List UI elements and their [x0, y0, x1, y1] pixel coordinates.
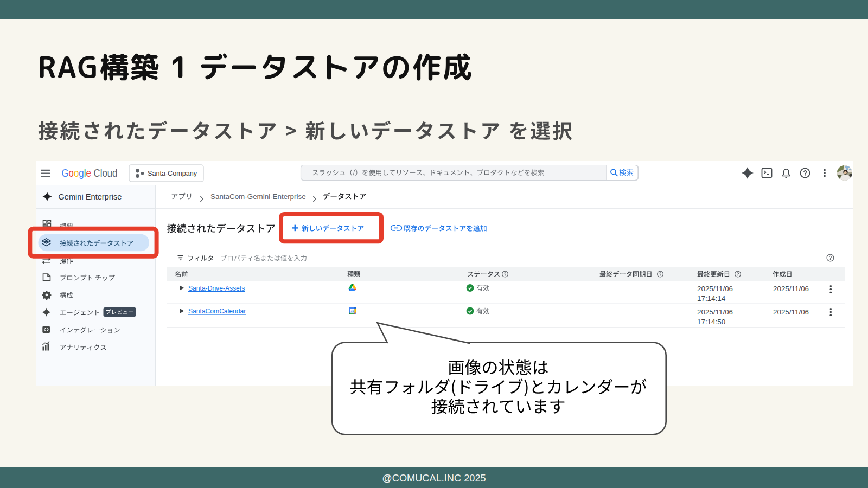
svg-text:17:14:50: 17:14:50: [697, 318, 725, 326]
svg-text:31: 31: [350, 309, 354, 312]
svg-text:2025/11/06: 2025/11/06: [697, 308, 733, 316]
svg-text:@COMUCAL.INC 2025: @COMUCAL.INC 2025: [382, 473, 486, 484]
svg-text:17:14:14: 17:14:14: [697, 294, 726, 303]
svg-text:SantaComCalendar: SantaComCalendar: [188, 307, 246, 315]
svg-text:2025/11/06: 2025/11/06: [773, 285, 809, 293]
svg-text:Google Cloud: Google Cloud: [62, 166, 118, 179]
svg-text:Gemini Enterprise: Gemini Enterprise: [59, 192, 122, 201]
svg-text:SantaCom-Gemini-Enterprise: SantaCom-Gemini-Enterprise: [210, 192, 306, 201]
svg-text:Santa-Company: Santa-Company: [148, 170, 197, 177]
svg-text:Santa-Drive-Assets: Santa-Drive-Assets: [188, 285, 245, 292]
svg-text:2025/11/06: 2025/11/06: [773, 308, 809, 316]
svg-text:2025/11/06: 2025/11/06: [697, 285, 733, 293]
